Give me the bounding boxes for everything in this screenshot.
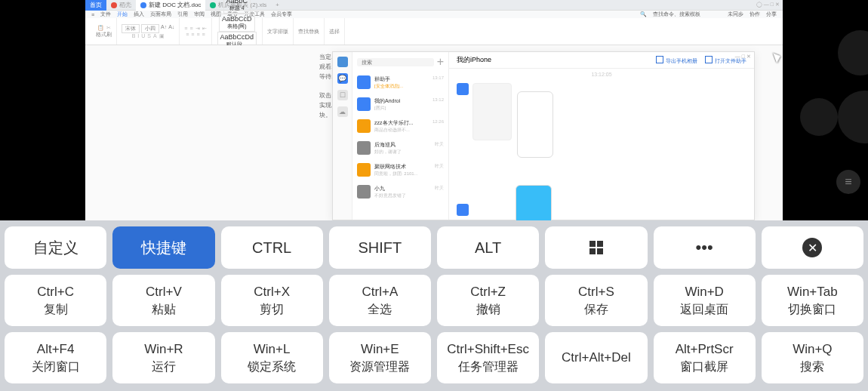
contact-item[interactable]: 群助手[安全体消息]...13:17 <box>352 72 448 94</box>
align-justify-icon[interactable]: ≡ <box>202 32 205 37</box>
font-color-icon[interactable]: A <box>153 33 157 39</box>
kb-tab-shift[interactable]: SHIFT <box>329 226 431 269</box>
export-photos-button[interactable]: 导出手机相册 <box>656 56 697 65</box>
kb-tab-custom[interactable]: 自定义 <box>5 226 106 269</box>
kb-key[interactable]: Ctrl+X剪切 <box>221 275 323 326</box>
chat-message <box>449 201 754 219</box>
kb-key[interactable]: Win+R运行 <box>112 332 214 383</box>
contact-time: 昨天 <box>435 141 444 155</box>
menu-search[interactable]: 查找命令、搜索模板 <box>653 11 700 18</box>
chat-files-icon[interactable]: ☐ <box>337 90 348 100</box>
kb-key[interactable]: Ctrl+Shift+Esc任务管理器 <box>437 332 539 383</box>
kb-key[interactable]: Win+E资源管理器 <box>329 332 431 383</box>
contact-item[interactable]: 小九不好意思发错了昨天 <box>352 181 448 203</box>
font-name[interactable]: 宋体 <box>122 24 140 33</box>
find-replace-button[interactable]: 查找替换 <box>298 28 319 35</box>
chat-avatar[interactable] <box>337 57 348 67</box>
window-close[interactable]: ✕ <box>775 2 780 8</box>
kb-tab-more[interactable]: ••• <box>654 226 756 269</box>
menu-file-dropdown[interactable]: ≡ <box>91 12 94 17</box>
contact-preview: [图片] <box>374 105 429 112</box>
chat-sidebar: 💬 ☐ ☁ <box>333 52 352 220</box>
kb-key[interactable]: Win+Tab切换窗口 <box>762 275 863 326</box>
chat-cloud-icon[interactable]: ☁ <box>337 106 348 117</box>
menu-start[interactable]: 开始 <box>117 11 128 18</box>
style-heading4[interactable]: AaBbC标题 4 <box>223 0 251 14</box>
msg-avatar[interactable] <box>457 204 469 216</box>
kb-key[interactable]: Win+L锁定系统 <box>221 332 323 383</box>
kb-key[interactable]: Win+D返回桌面 <box>654 275 756 326</box>
chat-minimize[interactable]: — <box>735 54 740 60</box>
menu-review[interactable]: 审阅 <box>194 11 205 18</box>
chat-maximize[interactable]: □ <box>742 54 745 60</box>
search-icon[interactable]: 🔍 <box>640 11 647 17</box>
kb-tab-shortcuts[interactable]: 快捷键 <box>112 226 214 269</box>
style-table[interactable]: AaBbCcD表格(网) <box>219 14 255 32</box>
strike-icon[interactable]: S <box>147 33 151 39</box>
kb-key[interactable]: Win+Q搜索 <box>762 332 863 383</box>
indent-icon[interactable]: ⇥ <box>195 26 200 32</box>
contact-item[interactable]: 后海巡风好的，谢谢了昨天 <box>352 137 448 159</box>
msg-image-bubble[interactable] <box>472 83 512 140</box>
window-minimize[interactable]: — <box>764 2 769 8</box>
tab-docer[interactable]: 稻壳 <box>106 0 136 11</box>
kb-tab-alt[interactable]: ALT <box>437 226 539 269</box>
paste-icon[interactable]: 📋 <box>97 25 104 31</box>
kb-key[interactable]: Alt+PrtScr窗口截屏 <box>654 332 756 383</box>
kb-tab-ctrl[interactable]: CTRL <box>221 226 323 269</box>
msg-avatar[interactable] <box>457 83 469 95</box>
highlight-icon[interactable]: ▣ <box>159 33 165 39</box>
italic-icon[interactable]: I <box>137 33 139 39</box>
kb-key[interactable]: Ctrl+Z撤销 <box>437 275 539 326</box>
chat-body[interactable]: 13:12:05 <box>449 69 754 220</box>
menu-insert[interactable]: 插入 <box>134 11 144 18</box>
chat-close[interactable]: ✕ <box>746 54 751 60</box>
contact-item[interactable]: 我的Androi[图片]13:12 <box>352 94 448 115</box>
bold-icon[interactable]: B <box>132 33 136 39</box>
font-size[interactable]: 小四 <box>141 24 159 33</box>
kb-close-button[interactable]: ✕ <box>762 226 863 269</box>
kb-tab-win[interactable] <box>545 226 647 269</box>
kb-key[interactable]: Ctrl+Alt+Del <box>545 332 647 383</box>
menu-share[interactable]: 分享 <box>766 11 777 18</box>
kb-key[interactable]: Ctrl+V粘贴 <box>112 275 214 326</box>
kb-key[interactable]: Ctrl+S保存 <box>545 275 647 326</box>
menu-icon[interactable]: ≡ <box>836 170 860 194</box>
chat-window-controls: — □ ✕ <box>732 52 754 61</box>
add-contact-icon[interactable]: + <box>437 55 444 69</box>
menu-collab[interactable]: 协作 <box>749 11 760 18</box>
select-button[interactable]: 选择 <box>329 28 340 35</box>
align-right-icon[interactable]: ≡ <box>196 32 199 37</box>
window-user-icon[interactable]: ◯ <box>756 2 762 8</box>
menu-ref[interactable]: 引用 <box>177 11 188 18</box>
word-icon <box>140 2 146 8</box>
contact-item[interactable]: 聚联网络技术同意啦，拼团: 2101...昨天 <box>352 159 448 181</box>
window-maximize[interactable]: □ <box>771 2 774 8</box>
menu-file[interactable]: 文件 <box>100 11 111 18</box>
menu-sync[interactable]: 未同步 <box>728 11 743 18</box>
align-left-icon[interactable]: ≡ <box>186 32 189 37</box>
contact-item[interactable]: zzz各大学乐打...商品自动选择不...12:26 <box>352 115 448 137</box>
list-number-icon[interactable]: ≡ <box>189 26 192 32</box>
contact-avatar <box>357 119 371 133</box>
underline-icon[interactable]: U <box>141 33 145 39</box>
align-center-icon[interactable]: ≡ <box>191 32 194 37</box>
tab-doc[interactable]: 新建 DOC 文档.doc <box>136 0 205 11</box>
format-brush-label[interactable]: 格式刷 <box>96 31 112 38</box>
msg-phone-preview[interactable] <box>517 91 553 158</box>
kb-key[interactable]: Ctrl+C复制 <box>5 275 106 326</box>
list-bullet-icon[interactable]: ≡ <box>184 26 187 32</box>
menu-vip[interactable]: 会员专享 <box>271 11 292 18</box>
cut-icon[interactable]: ✂ <box>106 25 111 31</box>
font-grow-icon[interactable]: A↑ <box>161 24 167 33</box>
kb-key[interactable]: Ctrl+A全选 <box>329 275 431 326</box>
contact-search-input[interactable] <box>357 58 434 66</box>
chat-messages-icon[interactable]: 💬 <box>337 73 348 84</box>
menu-layout[interactable]: 页面布局 <box>150 11 171 18</box>
outdent-icon[interactable]: ⇤ <box>202 26 207 32</box>
kb-key[interactable]: Alt+F4关闭窗口 <box>5 332 106 383</box>
font-shrink-icon[interactable]: A↓ <box>168 24 174 33</box>
text-layout-button[interactable]: 文字排版 <box>267 28 288 35</box>
tab-home[interactable]: 首页 <box>85 0 106 11</box>
tab-add[interactable]: + <box>271 0 284 10</box>
